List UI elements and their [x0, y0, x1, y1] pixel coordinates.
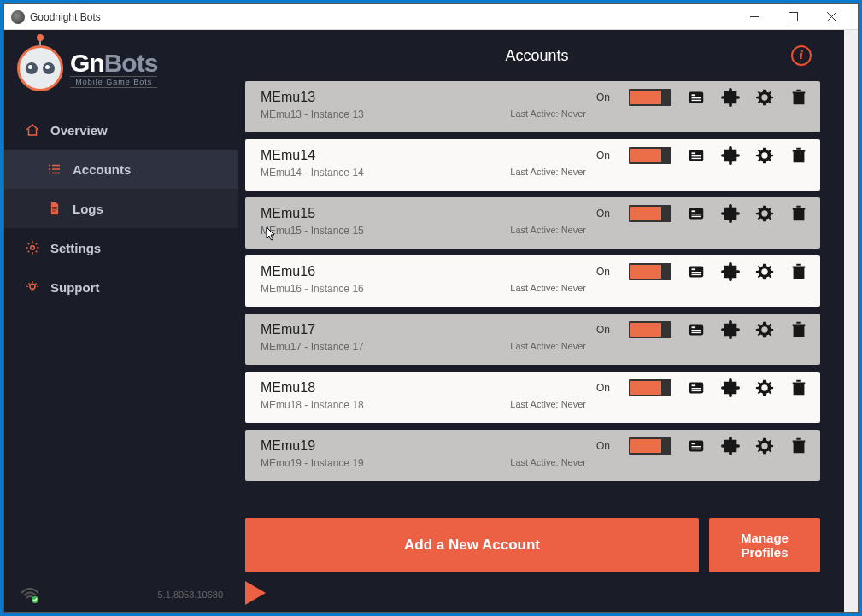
power-toggle[interactable] [629, 147, 671, 164]
svg-rect-7 [52, 173, 60, 174]
trash-icon[interactable] [789, 378, 808, 397]
svg-point-9 [30, 284, 35, 289]
scrollbar[interactable] [844, 30, 858, 612]
trash-icon[interactable] [789, 88, 808, 107]
account-last-active: Last Active: Never [510, 341, 586, 353]
trash-icon[interactable] [789, 437, 808, 455]
nav-logs[interactable]: Logs [4, 189, 238, 228]
account-controls: On [596, 88, 808, 107]
puzzle-icon[interactable] [721, 320, 740, 339]
power-toggle[interactable] [629, 89, 671, 106]
trash-icon[interactable] [789, 320, 808, 339]
svg-rect-17 [692, 155, 701, 156]
nav-accounts[interactable]: Accounts [4, 150, 238, 189]
svg-rect-26 [692, 274, 701, 275]
card-icon[interactable] [687, 88, 706, 107]
lightbulb-icon [25, 279, 40, 295]
logo-text: GnBots Mobile Game Bots [70, 49, 157, 88]
info-icon[interactable]: i [791, 45, 812, 66]
manage-profiles-button[interactable]: Manage Profiles [709, 518, 820, 572]
account-row[interactable]: MEmu15OnMEmu15 - Instance 15Last Active:… [245, 197, 820, 249]
account-row[interactable]: MEmu18OnMEmu18 - Instance 18Last Active:… [245, 372, 820, 423]
svg-rect-33 [692, 388, 701, 389]
gear-icon[interactable] [755, 262, 774, 281]
svg-rect-37 [692, 446, 701, 447]
close-button[interactable] [812, 5, 851, 29]
account-row[interactable]: MEmu16OnMEmu16 - Instance 16Last Active:… [245, 255, 820, 307]
svg-rect-3 [52, 165, 60, 167]
puzzle-icon[interactable] [721, 437, 740, 455]
titlebar: Goodnight Bots [4, 4, 858, 30]
svg-rect-21 [692, 214, 701, 214]
maximize-button[interactable] [774, 5, 812, 29]
account-row[interactable]: MEmu14OnMEmu14 - Instance 14Last Active:… [245, 139, 820, 191]
account-row[interactable]: MEmu19OnMEmu19 - Instance 19Last Active:… [245, 430, 820, 481]
card-icon[interactable] [687, 204, 706, 223]
svg-point-2 [49, 164, 50, 166]
svg-rect-18 [692, 158, 701, 159]
account-last-active: Last Active: Never [510, 225, 586, 237]
svg-rect-0 [750, 16, 759, 17]
svg-rect-24 [692, 268, 696, 270]
puzzle-icon[interactable] [721, 204, 740, 223]
toggle-label: On [596, 91, 610, 103]
svg-rect-32 [692, 384, 696, 386]
toggle-label: On [596, 382, 610, 394]
window-controls [736, 5, 851, 29]
maximize-icon [789, 12, 798, 21]
minimize-button[interactable] [736, 5, 774, 29]
card-icon[interactable] [687, 262, 706, 281]
svg-rect-25 [692, 272, 701, 273]
account-controls: On [596, 378, 808, 397]
nav-overview[interactable]: Overview [4, 110, 238, 150]
card-icon[interactable] [687, 437, 706, 455]
power-toggle[interactable] [629, 205, 671, 222]
page-title: Accounts [505, 47, 568, 65]
puzzle-icon[interactable] [721, 146, 740, 165]
sidebar: GnBots Mobile Game Bots Overview Account… [4, 30, 238, 612]
nav-support-label: Support [50, 280, 100, 295]
account-row[interactable]: MEmu13OnMEmu13 - Instance 13Last Active:… [245, 81, 820, 132]
gear-icon[interactable] [755, 320, 774, 339]
main-panel: Accounts i MEmu13OnMEmu13 - Instance 13L… [238, 30, 844, 612]
card-icon[interactable] [687, 378, 706, 397]
gear-icon[interactable] [755, 378, 774, 397]
add-account-button[interactable]: Add a New Account [245, 518, 699, 572]
wifi-status-icon [20, 586, 40, 603]
power-toggle[interactable] [629, 437, 671, 455]
gear-icon[interactable] [755, 88, 774, 107]
gear-icon [25, 240, 40, 255]
card-icon[interactable] [687, 320, 706, 339]
svg-rect-14 [692, 100, 701, 101]
accounts-list[interactable]: MEmu13OnMEmu13 - Instance 13Last Active:… [238, 81, 836, 507]
card-icon[interactable] [687, 146, 706, 165]
account-last-active: Last Active: Never [510, 399, 586, 411]
trash-icon[interactable] [789, 146, 808, 165]
gear-icon[interactable] [755, 437, 774, 455]
account-controls: On [596, 204, 808, 223]
play-button[interactable] [245, 581, 266, 605]
account-instance: MEmu13 - Instance 13 [261, 109, 364, 120]
play-area [238, 576, 836, 612]
power-toggle[interactable] [629, 263, 671, 280]
logo-brand-suffix: Bots [104, 49, 158, 77]
svg-point-4 [49, 168, 50, 170]
puzzle-icon[interactable] [721, 88, 740, 107]
power-toggle[interactable] [629, 321, 671, 338]
trash-icon[interactable] [789, 204, 808, 223]
power-toggle[interactable] [629, 379, 671, 396]
bottom-actions: Add a New Account Manage Profiles [238, 507, 836, 576]
nav-settings[interactable]: Settings [4, 228, 238, 267]
puzzle-icon[interactable] [721, 262, 740, 281]
puzzle-icon[interactable] [721, 378, 740, 397]
toggle-label: On [596, 150, 610, 161]
gear-icon[interactable] [755, 204, 774, 223]
account-instance: MEmu14 - Instance 14 [261, 167, 364, 179]
trash-icon[interactable] [789, 262, 808, 281]
toggle-label: On [596, 266, 610, 278]
account-row[interactable]: MEmu17OnMEmu17 - Instance 17Last Active:… [245, 314, 820, 365]
nav-support[interactable]: Support [4, 267, 238, 307]
gear-icon[interactable] [755, 146, 774, 165]
nav-overview-label: Overview [50, 123, 108, 138]
close-icon [827, 12, 836, 21]
